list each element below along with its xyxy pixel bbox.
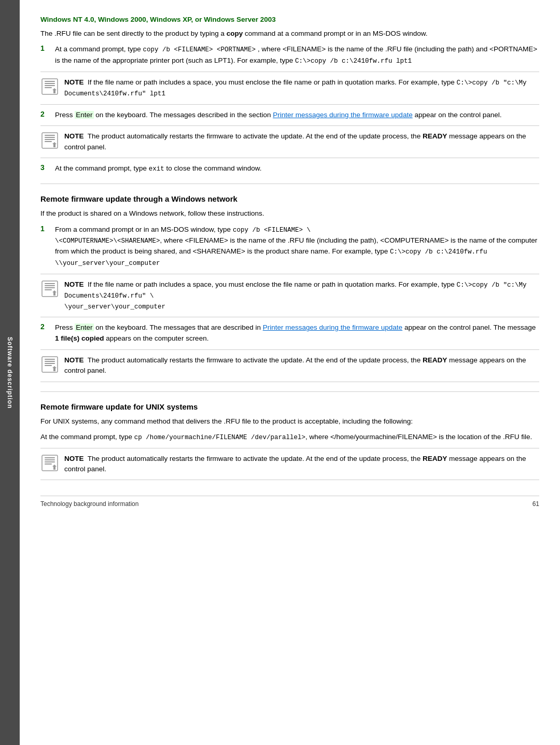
s2-step-number-2: 2: [40, 322, 55, 331]
footer-right: 61: [533, 500, 539, 508]
printer-messages-link-2[interactable]: Printer messages during the firmware upd…: [263, 324, 402, 331]
svg-rect-13: [45, 287, 55, 288]
step-number-2: 2: [40, 110, 55, 118]
note-icon-2: [40, 131, 59, 150]
note-box-2: NOTE The product automatically restarts …: [40, 125, 539, 158]
note-2-label: NOTE: [64, 132, 84, 140]
sidebar: Software description: [0, 0, 20, 745]
page-footer: Technology background information 61: [40, 496, 539, 508]
svg-rect-23: [45, 461, 55, 462]
svg-rect-14: [45, 289, 52, 290]
note-icon-1: [40, 77, 59, 96]
step-number-1: 1: [40, 44, 55, 52]
note-box-1: NOTE If the file name or path includes a…: [40, 72, 539, 105]
note-1-text: NOTE If the file name or path includes a…: [64, 77, 539, 99]
step-1-content: At a command prompt, type copy /b <FILEN…: [55, 44, 539, 66]
footer-left: Technology background information: [40, 500, 138, 508]
note-5-label: NOTE: [64, 455, 84, 462]
svg-rect-6: [45, 135, 55, 136]
svg-rect-17: [45, 361, 55, 362]
section2-step-1: 1 From a command prompt or in an MS-DOS …: [40, 224, 539, 269]
note-box-5: NOTE The product automatically restarts …: [40, 448, 539, 481]
svg-rect-9: [45, 141, 52, 142]
svg-rect-24: [45, 463, 52, 465]
note-4-label: NOTE: [64, 356, 84, 364]
note-box-4: NOTE The product automatically restarts …: [40, 349, 539, 382]
note-icon-5: [40, 454, 59, 472]
step-3-content: At the command prompt, type exit to clos…: [55, 163, 539, 174]
svg-rect-2: [45, 83, 55, 84]
note-3-text: NOTE If the file name or path includes a…: [64, 279, 539, 312]
s2-step-number-1: 1: [40, 224, 55, 233]
step-2-content: Press Enter on the keyboard. The message…: [55, 110, 539, 121]
note-box-3: NOTE If the file name or path includes a…: [40, 274, 539, 317]
section3-command: At the command prompt, type cp /home/you…: [40, 432, 539, 443]
svg-rect-7: [45, 137, 55, 138]
svg-rect-8: [45, 139, 55, 140]
svg-rect-21: [45, 457, 55, 458]
section3-intro: For UNIX systems, any command method tha…: [40, 416, 539, 427]
note-1-label: NOTE: [64, 78, 84, 86]
note-2-text: NOTE The product automatically restarts …: [64, 131, 539, 152]
svg-rect-1: [45, 81, 55, 82]
main-content: Windows NT 4.0, Windows 2000, Windows XP…: [20, 0, 560, 745]
svg-rect-3: [45, 85, 55, 86]
section2-step-2: 2 Press Enter on the keyboard. The messa…: [40, 322, 539, 344]
printer-messages-link-1[interactable]: Printer messages during the firmware upd…: [273, 111, 412, 119]
divider-2: [40, 391, 539, 392]
windows-step-3: 3 At the command prompt, type exit to cl…: [40, 163, 539, 174]
windows-step-2: 2 Press Enter on the keyboard. The messa…: [40, 110, 539, 121]
note-5-text: NOTE The product automatically restarts …: [64, 454, 539, 475]
svg-rect-19: [45, 365, 52, 366]
s2-step-1-content: From a command prompt or in an MS-DOS wi…: [55, 224, 539, 269]
section2-steps-list: 1 From a command prompt or in an MS-DOS …: [40, 224, 539, 382]
section2-intro: If the product is shared on a Windows ne…: [40, 208, 539, 219]
section2-heading: Remote firmware update through a Windows…: [40, 194, 539, 203]
note-3-label: NOTE: [64, 280, 84, 288]
windows-steps-list: 1 At a command prompt, type copy /b <FIL…: [40, 44, 539, 174]
sidebar-label: Software description: [6, 336, 13, 409]
note-icon-3: [40, 279, 59, 298]
step-number-3: 3: [40, 163, 55, 172]
page-container: Software description Windows NT 4.0, Win…: [0, 0, 560, 745]
intro-paragraph: The .RFU file can be sent directly to th…: [40, 29, 539, 39]
divider-1: [40, 184, 539, 184]
svg-rect-4: [45, 87, 52, 88]
windows-heading: Windows NT 4.0, Windows 2000, Windows XP…: [40, 16, 539, 23]
svg-rect-12: [45, 285, 55, 286]
svg-rect-22: [45, 459, 55, 460]
note-icon-4: [40, 355, 59, 374]
svg-rect-11: [45, 283, 55, 284]
svg-rect-18: [45, 363, 55, 364]
note-4-text: NOTE The product automatically restarts …: [64, 355, 539, 376]
section3-heading: Remote firmware update for UNIX systems: [40, 402, 539, 411]
s2-step-2-content: Press Enter on the keyboard. The message…: [55, 322, 539, 344]
windows-step-1: 1 At a command prompt, type copy /b <FIL…: [40, 44, 539, 66]
svg-rect-16: [45, 359, 55, 360]
